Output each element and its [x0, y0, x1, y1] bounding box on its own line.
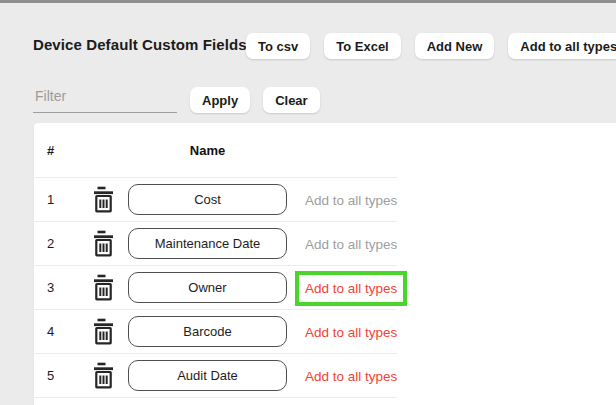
apply-button[interactable]: Apply	[190, 87, 250, 113]
row-number: 5	[34, 368, 67, 383]
delete-cell	[67, 230, 128, 257]
trash-icon	[92, 186, 115, 213]
filter-bar: Apply Clear	[33, 83, 320, 113]
action-cell: Add to all types	[287, 279, 397, 297]
row-number: 3	[34, 280, 67, 295]
page-title: Device Default Custom Fields	[33, 36, 247, 53]
row-number: 1	[34, 192, 67, 207]
add-to-all-types-link[interactable]: Add to all types	[305, 281, 397, 296]
field-name-input[interactable]	[128, 272, 287, 303]
add-to-all-types-link[interactable]: Add to all types	[305, 193, 397, 208]
name-cell	[128, 316, 287, 347]
table-row: 4 Add to all types	[34, 310, 397, 354]
custom-fields-table: # Name 1 Add to a	[34, 123, 397, 398]
action-cell: Add to all types	[287, 235, 397, 253]
column-header-name: Name	[128, 143, 287, 158]
top-divider-bar	[0, 0, 616, 3]
action-cell: Add to all types	[287, 367, 397, 385]
delete-button[interactable]	[92, 274, 115, 301]
delete-cell	[67, 186, 128, 213]
add-to-all-types-link[interactable]: Add to all types	[305, 325, 397, 340]
trash-icon	[92, 274, 115, 301]
add-to-all-types-button[interactable]: Add to all types	[508, 33, 616, 59]
delete-button[interactable]	[92, 230, 115, 257]
row-number: 2	[34, 236, 67, 251]
delete-cell	[67, 362, 128, 389]
to-csv-button[interactable]: To csv	[246, 33, 310, 59]
trash-icon	[92, 318, 115, 345]
filter-input[interactable]	[33, 83, 177, 113]
table-row: 2 Add to all types	[34, 222, 397, 266]
name-cell	[128, 228, 287, 259]
delete-button[interactable]	[92, 362, 115, 389]
add-new-button[interactable]: Add New	[415, 33, 495, 59]
table-body: 1 Add to all types 2	[34, 178, 397, 398]
toolbar: To csv To Excel Add New Add to all types	[246, 33, 616, 59]
field-name-input[interactable]	[128, 184, 287, 215]
table-row: 5 Add to all types	[34, 354, 397, 398]
field-name-input[interactable]	[128, 228, 287, 259]
name-cell	[128, 360, 287, 391]
table-header-row: # Name	[34, 123, 397, 178]
field-name-input[interactable]	[128, 316, 287, 347]
add-to-all-types-link[interactable]: Add to all types	[305, 237, 397, 252]
delete-cell	[67, 274, 128, 301]
row-number: 4	[34, 324, 67, 339]
action-cell: Add to all types	[287, 323, 397, 341]
action-cell: Add to all types	[287, 191, 397, 209]
add-to-all-types-link[interactable]: Add to all types	[305, 369, 397, 384]
clear-button[interactable]: Clear	[263, 87, 320, 113]
to-excel-button[interactable]: To Excel	[324, 33, 401, 59]
delete-cell	[67, 318, 128, 345]
name-cell	[128, 184, 287, 215]
trash-icon	[92, 230, 115, 257]
field-name-input[interactable]	[128, 360, 287, 391]
table-row: 1 Add to all types	[34, 178, 397, 222]
name-cell	[128, 272, 287, 303]
delete-button[interactable]	[92, 186, 115, 213]
custom-fields-card: # Name 1 Add to a	[34, 123, 616, 405]
table-row: 3 Add to all types	[34, 266, 397, 310]
delete-button[interactable]	[92, 318, 115, 345]
column-header-number: #	[34, 143, 67, 158]
trash-icon	[92, 362, 115, 389]
page: Device Default Custom Fields To csv To E…	[0, 0, 616, 405]
